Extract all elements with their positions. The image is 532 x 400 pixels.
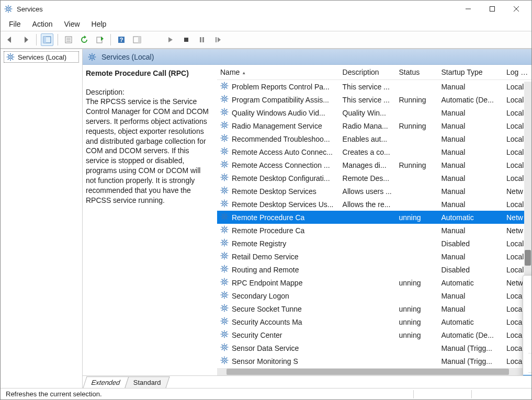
table-row[interactable]: Radio Management ServiceRadio Mana...Run… [217, 119, 531, 132]
horizontal-scrollbar[interactable] [217, 368, 531, 375]
service-name: Security Accounts Ma [232, 318, 302, 326]
col-startup[interactable]: Startup Type [438, 65, 503, 80]
service-name: Routing and Remote [232, 266, 299, 274]
table-row[interactable]: RPC Endpoint MappeunningAutomaticNetw [217, 276, 531, 289]
service-startup: Automatic [438, 211, 503, 224]
service-gear-icon [220, 134, 229, 144]
menubar: File Action View Help [1, 17, 531, 31]
statusbar-text: Refreshes the current selection. [3, 390, 413, 398]
body: Services (Local) Services (Local) Remote… [1, 49, 531, 388]
stop-icon[interactable] [180, 33, 193, 46]
service-description: This service ... [339, 80, 396, 94]
table-row[interactable]: Secondary LogonManualLocal [217, 289, 531, 302]
service-description [339, 276, 396, 289]
service-name: Remote Desktop Configurati... [232, 174, 330, 182]
window-title: Services [17, 5, 43, 13]
ctx-refresh[interactable]: Refresh [523, 375, 531, 375]
menu-help[interactable]: Help [86, 18, 113, 30]
table-row[interactable]: Retail Demo ServiceManualLocal [217, 250, 531, 263]
service-name: Security Center [232, 331, 282, 339]
tree-root-node[interactable]: Services (Local) [4, 51, 79, 63]
export-list-icon[interactable] [94, 33, 106, 46]
play-icon[interactable] [164, 33, 177, 46]
col-description[interactable]: Description [339, 65, 396, 80]
table-row[interactable]: Remote Procedure CaunningAutomaticNetw [217, 211, 531, 224]
col-name[interactable]: Name▲ [217, 65, 339, 80]
table-row[interactable]: Remote Procedure CaManualNetw [217, 224, 531, 237]
service-name: Recommended Troubleshoo... [232, 135, 330, 143]
service-name: Remote Access Auto Connec... [232, 148, 333, 156]
right-pane: Services (Local) Remote Procedure Call (… [83, 49, 531, 388]
table-row[interactable]: Secure Socket TunneunningManualLocal [217, 302, 531, 315]
service-status [395, 145, 438, 158]
table-row[interactable]: Sensor Monitoring SManual (Trigg...Local [217, 355, 531, 368]
service-description: Creates a co... [339, 145, 396, 158]
table-row[interactable]: Remote RegistryDisabledLocal [217, 237, 531, 250]
vertical-scrollbar-thumb[interactable] [525, 250, 531, 266]
service-description [339, 355, 396, 368]
restart-icon[interactable] [211, 33, 224, 46]
nav-forward-icon[interactable] [19, 33, 32, 46]
table-row[interactable]: Remote Access Connection ...Manages di..… [217, 158, 531, 172]
service-startup: Manual [438, 106, 503, 119]
service-startup: Manual [438, 172, 503, 185]
service-description: Quality Win... [339, 106, 396, 119]
table-row[interactable]: Security CenterunningAutomatic (De...Loc… [217, 328, 531, 341]
table-row[interactable]: Remote Access Auto Connec...Creates a co… [217, 145, 531, 158]
tree-pane: Services (Local) [1, 49, 83, 388]
show-hide-tree-icon[interactable] [41, 33, 53, 46]
service-name: Secondary Logon [232, 292, 289, 300]
ctx-restart[interactable]: Restart [523, 336, 531, 351]
show-hide-action-pane-icon[interactable] [131, 33, 143, 46]
minimize-button[interactable] [456, 1, 480, 17]
menu-view[interactable]: View [59, 18, 86, 30]
ctx-stop[interactable]: Stop [523, 292, 531, 307]
tab-extended[interactable]: Extended [83, 376, 129, 388]
col-logon[interactable]: Log On As [503, 65, 531, 80]
menu-file[interactable]: File [4, 18, 27, 30]
maximize-button[interactable] [480, 1, 504, 17]
refresh-icon[interactable] [78, 33, 90, 46]
detail-row: Remote Procedure Call (RPC) Description:… [83, 65, 531, 375]
ctx-all-tasks[interactable]: All Tasks ▶ [523, 356, 531, 370]
service-description [339, 289, 396, 302]
menu-action[interactable]: Action [27, 18, 59, 30]
table-row[interactable]: Remote Desktop Configurati...Remote Des.… [217, 172, 531, 185]
service-description: Enables aut... [339, 132, 396, 145]
ctx-pause[interactable]: Pause [523, 307, 531, 322]
ctx-resume[interactable]: Resume [523, 322, 531, 336]
service-gear-icon [220, 212, 229, 222]
ctx-start[interactable]: Start [523, 278, 531, 292]
tab-standard[interactable]: Standard [124, 376, 169, 388]
help-icon[interactable]: ? [115, 33, 128, 46]
service-status [395, 198, 438, 211]
service-gear-icon [220, 238, 229, 248]
window-controls [456, 1, 528, 17]
table-row[interactable]: Sensor Data ServiceManual (Trigg...Local [217, 341, 531, 355]
service-gear-icon [220, 121, 229, 131]
table-row[interactable]: Problem Reports Control Pa...This servic… [217, 80, 531, 94]
service-gear-icon [220, 160, 229, 170]
table-row[interactable]: Program Compatibility Assis...This servi… [217, 93, 531, 106]
pause-icon[interactable] [196, 33, 208, 46]
close-button[interactable] [504, 1, 528, 17]
table-row[interactable]: Security Accounts MaunningAutomaticLocal [217, 315, 531, 328]
table-row[interactable]: Remote Desktop ServicesAllows users ...M… [217, 185, 531, 198]
service-name: Problem Reports Control Pa... [232, 83, 330, 91]
svg-rect-11 [490, 7, 495, 12]
col-status[interactable]: Status [395, 65, 438, 80]
nav-back-icon[interactable] [4, 33, 16, 46]
service-status [395, 289, 438, 302]
service-gear-icon [220, 186, 229, 196]
right-header-label: Services (Local) [101, 53, 154, 61]
properties-icon[interactable] [62, 33, 75, 46]
horizontal-scrollbar-thumb[interactable] [227, 369, 509, 375]
service-status: Running [395, 119, 438, 132]
svg-text:?: ? [120, 37, 123, 43]
app-gear-icon [4, 4, 13, 14]
table-row[interactable]: Routing and RemoteDisabledLocal [217, 263, 531, 276]
service-description [339, 328, 396, 341]
table-row[interactable]: Remote Desktop Services Us...Allows the … [217, 198, 531, 211]
table-row[interactable]: Recommended Troubleshoo...Enables aut...… [217, 132, 531, 145]
table-row[interactable]: Quality Windows Audio Vid...Quality Win.… [217, 106, 531, 119]
